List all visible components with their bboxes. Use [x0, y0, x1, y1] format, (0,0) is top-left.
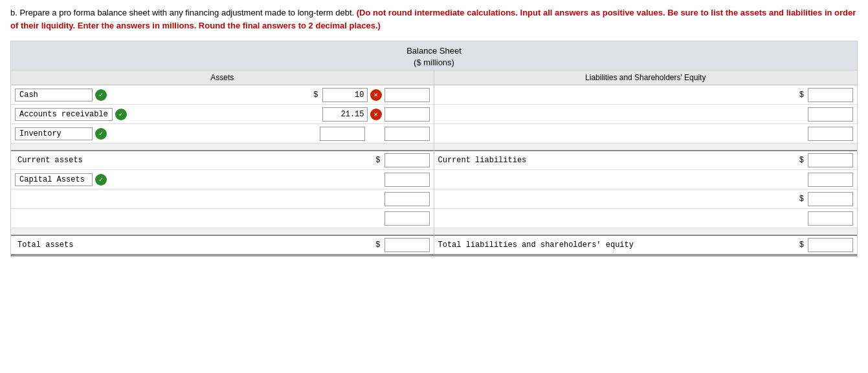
assets-section: Assets Cash ✓ $ ✕ Accounts receivable	[11, 70, 434, 256]
extra-left-row2	[11, 209, 434, 228]
liability-row5: $	[434, 189, 858, 209]
inventory-label-area: Inventory ✓	[15, 127, 320, 140]
assets-spacer2	[11, 228, 434, 235]
capital-assets-label-area: Capital Assets ✓	[15, 173, 384, 186]
ar-input-area: ✕	[322, 107, 430, 122]
liability-dollar1: $	[799, 91, 804, 100]
extra-left-row1	[11, 189, 434, 209]
liability-input6[interactable]	[808, 211, 853, 226]
liability-row4	[434, 170, 858, 189]
total-assets-dollar: $	[375, 240, 380, 250]
current-assets-label-area: Current assets	[15, 155, 375, 166]
total-assets-label: Total assets	[15, 239, 76, 251]
cash-right-input[interactable]	[384, 88, 430, 102]
current-liabilities-input[interactable]	[808, 153, 853, 167]
liabilities-col-header: Liabilities and Shareholders' Equity	[434, 70, 858, 85]
ar-input[interactable]	[322, 107, 368, 122]
total-liabilities-input[interactable]	[808, 238, 853, 252]
total-liabilities-dollar: $	[799, 240, 804, 250]
liability-input4[interactable]	[808, 173, 853, 187]
balance-sheet: Balance Sheet ($ millions) Assets Cash ✓…	[10, 41, 858, 257]
current-liabilities-label: Current liabilities	[438, 156, 797, 165]
liability-row3	[434, 124, 858, 144]
liability-row1: $	[434, 85, 858, 105]
total-assets-input[interactable]	[384, 238, 430, 252]
liabilities-section: Liabilities and Shareholders' Equity $ C…	[434, 70, 858, 256]
cash-row: Cash ✓ $ ✕	[11, 85, 434, 105]
ar-right-input[interactable]	[384, 107, 430, 122]
ar-label-area: Accounts receivable ✓	[15, 108, 322, 121]
current-liabilities-dollar: $	[799, 156, 804, 165]
current-liabilities-row: Current liabilities $	[434, 150, 858, 170]
accounts-receivable-row: Accounts receivable ✓ ✕	[11, 105, 434, 124]
liability-input5[interactable]	[808, 192, 853, 206]
liability-input1[interactable]	[808, 88, 853, 102]
capital-assets-label: Capital Assets	[15, 173, 93, 186]
cash-label: Cash	[15, 89, 93, 101]
liabilities-spacer2	[434, 228, 858, 235]
inventory-input-area	[320, 127, 430, 141]
current-assets-input[interactable]	[384, 153, 430, 167]
cash-input-area: $ ✕	[313, 88, 429, 102]
liability-row2	[434, 105, 858, 124]
current-assets-input-area: $	[375, 153, 429, 167]
instructions: b. Prepare a pro forma balance sheet wit…	[10, 6, 858, 32]
liability-dollar5: $	[799, 195, 804, 204]
liability-input3[interactable]	[808, 127, 853, 141]
current-assets-dollar: $	[375, 156, 380, 165]
inventory-input[interactable]	[320, 127, 365, 141]
extra-left-box2[interactable]	[384, 211, 430, 226]
cash-input[interactable]	[322, 88, 368, 102]
inventory-label: Inventory	[15, 127, 93, 140]
capital-assets-check-icon[interactable]: ✓	[95, 174, 107, 186]
cash-label-area: Cash ✓	[15, 89, 313, 101]
capital-assets-row: Capital Assets ✓	[11, 170, 434, 189]
cash-check-icon[interactable]: ✓	[95, 89, 107, 101]
total-assets-row: Total assets $	[11, 235, 434, 256]
total-liabilities-label: Total liabilities and shareholders' equi…	[438, 240, 797, 250]
bs-title: Balance Sheet ($ millions)	[11, 41, 857, 70]
liability-row6	[434, 209, 858, 228]
extra-left-box1[interactable]	[384, 192, 430, 206]
total-assets-label-area: Total assets	[15, 239, 375, 251]
cash-x-icon[interactable]: ✕	[370, 89, 382, 101]
inventory-right-input[interactable]	[384, 127, 430, 141]
extra-left-input2	[384, 211, 430, 226]
liability-input2[interactable]	[808, 107, 853, 122]
cash-dollar: $	[313, 91, 318, 100]
capital-assets-input-area	[384, 173, 430, 187]
assets-col-header: Assets	[11, 70, 434, 85]
total-assets-input-area: $	[375, 238, 429, 252]
capital-assets-input[interactable]	[384, 173, 430, 187]
current-assets-row: Current assets $	[11, 150, 434, 170]
bs-title-line2: ($ millions)	[11, 57, 857, 69]
ar-label: Accounts receivable	[15, 108, 113, 121]
liabilities-spacer1	[434, 144, 858, 150]
bs-title-line1: Balance Sheet	[11, 45, 857, 57]
inventory-row: Inventory ✓	[11, 124, 434, 144]
inventory-check-icon[interactable]: ✓	[95, 128, 107, 140]
total-liabilities-row: Total liabilities and shareholders' equi…	[434, 235, 858, 256]
assets-spacer1	[11, 144, 434, 150]
current-assets-label: Current assets	[15, 155, 85, 166]
extra-left-input1	[384, 192, 430, 206]
instruction-prefix: b. Prepare a pro forma balance sheet wit…	[10, 8, 354, 17]
ar-check-icon[interactable]: ✓	[115, 109, 127, 120]
ar-x-icon[interactable]: ✕	[370, 109, 382, 120]
